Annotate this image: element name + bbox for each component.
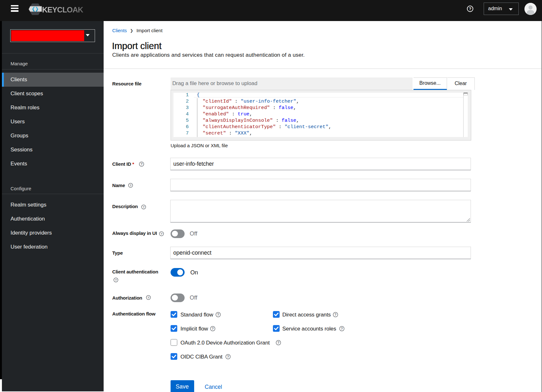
svg-text:?: ?: [217, 313, 219, 316]
svg-text:?: ?: [212, 327, 214, 330]
svg-text:?: ?: [130, 184, 132, 187]
svg-text:?: ?: [469, 6, 472, 11]
svg-text:?: ?: [148, 296, 150, 299]
svg-text:?: ?: [115, 279, 117, 282]
svg-text:?: ?: [277, 341, 279, 345]
svg-text:?: ?: [141, 163, 143, 166]
svg-text:?: ?: [341, 327, 343, 330]
svg-text:?: ?: [334, 313, 336, 316]
svg-text:?: ?: [143, 206, 145, 209]
svg-text:?: ?: [227, 355, 229, 359]
svg-text:?: ?: [161, 232, 163, 236]
